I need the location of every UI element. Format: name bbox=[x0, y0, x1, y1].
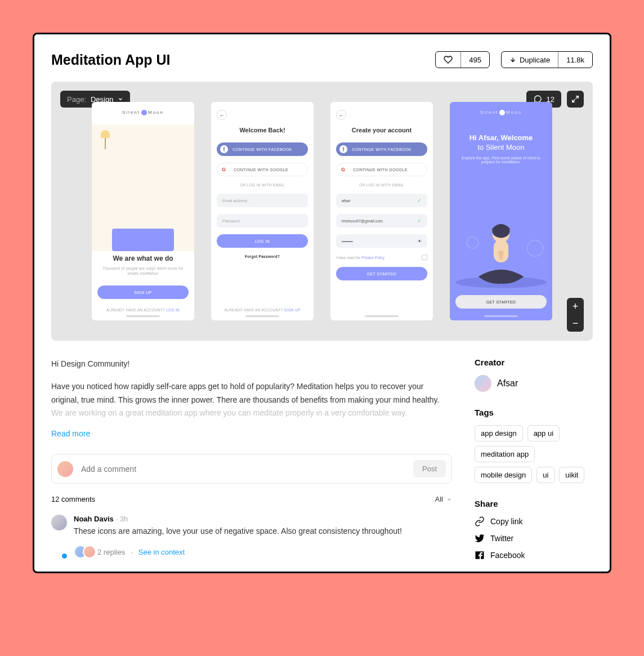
download-icon bbox=[509, 56, 516, 63]
design-canvas[interactable]: Page: Design 12 bbox=[51, 82, 593, 341]
screen-signup: ← Create your account CONTINUE WITH FACE… bbox=[330, 102, 433, 320]
likes-pill[interactable]: 495 bbox=[435, 51, 490, 68]
comment-item: Noah Davis · 3h These icons are amazing,… bbox=[51, 515, 452, 559]
creator-link[interactable]: Afsar bbox=[475, 375, 593, 392]
avatar bbox=[83, 545, 96, 559]
tag[interactable]: uikit bbox=[559, 467, 584, 483]
avatar bbox=[51, 515, 67, 530]
post-button[interactable]: Post bbox=[413, 460, 446, 478]
duplicate-count: 11.8k bbox=[558, 52, 592, 68]
chevron-down-icon bbox=[118, 96, 123, 102]
creator-name: Afsar bbox=[497, 378, 518, 389]
page-title: Meditation App UI bbox=[51, 52, 171, 68]
comment-input-box: Post bbox=[51, 454, 452, 484]
replies-count: 2 replies bbox=[97, 548, 125, 556]
comments-filter[interactable]: All bbox=[435, 495, 452, 503]
tag[interactable]: ui bbox=[536, 467, 554, 483]
screen-welcome: SilentMoon Hi Afsar, Welcometo Silent Mo… bbox=[450, 102, 552, 320]
page-label-prefix: Page: bbox=[67, 95, 86, 104]
expand-icon bbox=[571, 95, 579, 103]
twitter-icon bbox=[475, 533, 485, 543]
tag[interactable]: meditation app bbox=[475, 446, 535, 462]
back-icon: ← bbox=[217, 110, 227, 120]
share-twitter[interactable]: Twitter bbox=[475, 533, 593, 543]
zoom-in-button[interactable]: + bbox=[567, 298, 584, 315]
comments-count-label: 12 comments bbox=[51, 495, 95, 503]
link-icon bbox=[475, 516, 485, 526]
facebook-icon bbox=[475, 550, 485, 560]
description: Hi Design Community! Have you noticed ho… bbox=[51, 358, 452, 420]
svg-point-3 bbox=[467, 237, 478, 248]
svg-point-4 bbox=[527, 240, 543, 256]
eye-icon: 👁 bbox=[418, 239, 422, 243]
tag[interactable]: mobile design bbox=[475, 467, 532, 483]
tag[interactable]: app design bbox=[475, 425, 523, 441]
comment-text: These icons are amazing, love your use o… bbox=[74, 525, 452, 537]
chevron-down-icon bbox=[446, 497, 452, 502]
meditation-illustration bbox=[450, 208, 552, 288]
avatar bbox=[57, 461, 73, 477]
tag[interactable]: app ui bbox=[527, 425, 560, 441]
zoom-out-button[interactable]: − bbox=[567, 315, 584, 332]
share-copy-link[interactable]: Copy link bbox=[475, 516, 593, 526]
comment-author[interactable]: Noah Davis bbox=[74, 515, 114, 523]
zoom-control: + − bbox=[567, 298, 584, 332]
share-heading: Share bbox=[475, 499, 593, 508]
likes-count: 495 bbox=[461, 52, 489, 68]
comment-input[interactable] bbox=[80, 464, 406, 474]
screen-login: ← Welcome Back! CONTINUE WITH FACEBOOK C… bbox=[211, 102, 314, 320]
creator-heading: Creator bbox=[475, 358, 593, 367]
heart-icon bbox=[444, 55, 453, 64]
screen-onboarding: SilentMoon We are what we do Thousand of… bbox=[92, 102, 194, 320]
tags-heading: Tags bbox=[475, 408, 593, 417]
duplicate-label: Duplicate bbox=[520, 56, 550, 64]
share-facebook[interactable]: Facebook bbox=[475, 550, 593, 560]
duplicate-pill[interactable]: Duplicate 11.8k bbox=[501, 51, 593, 68]
avatar bbox=[475, 375, 491, 392]
verified-badge-icon bbox=[61, 552, 68, 560]
read-more-link[interactable]: Read more bbox=[51, 429, 452, 438]
back-icon: ← bbox=[336, 110, 346, 120]
see-in-context-link[interactable]: See in context bbox=[138, 548, 185, 556]
fullscreen-button[interactable] bbox=[567, 91, 584, 108]
